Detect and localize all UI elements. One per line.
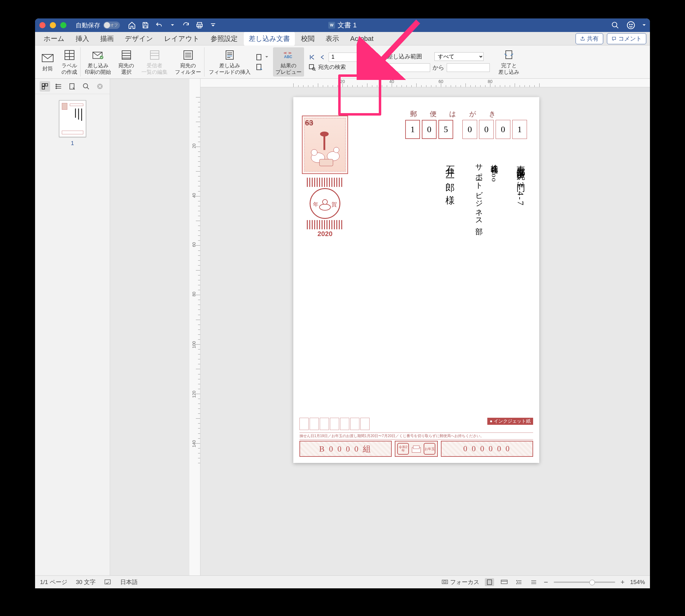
undo-icon[interactable]	[154, 21, 164, 30]
app-window: 自動保存 オフ W 文書 1 ホーム 挿入 描画 デザイン レイアウト 参照設定	[35, 18, 650, 588]
tab-view[interactable]: 表示	[321, 32, 344, 46]
svg-rect-40	[42, 87, 45, 89]
document-area: 1 20406080 20406080100120140 郵 便 は が き 1…	[35, 79, 650, 575]
print-layout-view-button[interactable]	[485, 578, 494, 586]
finish-merge-button[interactable]: 完了と 差し込み	[495, 47, 522, 76]
svg-rect-3	[211, 23, 215, 24]
zip-digit: 1	[512, 120, 527, 139]
svg-point-44	[56, 84, 57, 85]
comment-button[interactable]: コメント	[607, 33, 646, 44]
select-recipients-button[interactable]: 宛先の 選択	[115, 47, 137, 76]
web-layout-view-button[interactable]	[499, 578, 509, 586]
insert-merge-field-button[interactable]: 差し込み フィールドの挿入	[206, 47, 254, 76]
thumbnails-view-button[interactable]	[40, 81, 50, 92]
recipient-zip: 1 0 5 0 0 0 1	[405, 120, 527, 139]
tab-mailings[interactable]: 差し込み文書	[244, 32, 295, 46]
lottery-badges: 令和2年 お年玉	[395, 441, 438, 457]
svg-rect-35	[309, 65, 314, 69]
headings-view-button[interactable]	[53, 81, 64, 92]
ribbon: 封筒 ラベル の作成 差し込み 印刷の開始 宛先の 選択 受信者 一覧の編集 宛…	[35, 45, 650, 79]
word-count[interactable]: 30 文字	[76, 578, 95, 586]
range-from-input[interactable]	[387, 63, 430, 72]
undo-dropdown-icon[interactable]	[168, 21, 177, 30]
zip-digit: 0	[422, 120, 436, 139]
tab-draw[interactable]: 描画	[95, 32, 119, 46]
quick-access-toolbar	[127, 21, 218, 30]
close-window-button[interactable]	[39, 22, 45, 28]
autosave-toggle[interactable]: 自動保存 オフ	[76, 21, 120, 29]
tab-design[interactable]: デザイン	[120, 32, 158, 46]
redo-icon[interactable]	[181, 21, 191, 30]
inkjet-label: ● インクジェット紙	[487, 418, 533, 425]
edit-recipients-icon	[148, 48, 161, 62]
finish-icon	[502, 48, 515, 62]
tab-home[interactable]: ホーム	[39, 32, 69, 46]
svg-rect-26	[226, 51, 233, 59]
svg-text:ABC: ABC	[284, 55, 292, 59]
canvas[interactable]: 20406080 20406080100120140 郵 便 は が き 1 0…	[110, 79, 650, 575]
tab-references[interactable]: 参照設定	[206, 32, 242, 46]
recipient-department: サポートビジネス部	[474, 159, 484, 222]
save-icon[interactable]	[141, 21, 150, 30]
review-pane-button[interactable]	[67, 81, 78, 92]
account-icon[interactable]	[626, 21, 635, 29]
first-record-button[interactable]	[308, 53, 316, 62]
svg-rect-65	[501, 580, 507, 584]
envelope-button[interactable]: 封筒	[38, 47, 57, 76]
svg-rect-60	[413, 446, 419, 449]
merge-range-select[interactable]: すべて	[434, 52, 484, 61]
prev-record-button[interactable]	[318, 53, 327, 62]
zoom-in-button[interactable]: +	[621, 578, 625, 586]
envelope-icon	[41, 52, 54, 65]
start-merge-button[interactable]: 差し込み 印刷の開始	[82, 47, 114, 76]
spellcheck-icon[interactable]	[104, 579, 112, 585]
draft-view-button[interactable]	[529, 578, 538, 586]
svg-point-53	[334, 147, 339, 153]
tab-acrobat[interactable]: Acrobat	[345, 32, 379, 45]
svg-rect-62	[442, 580, 448, 584]
preview-results-button[interactable]: ≪ ≫ABC 結果の プレビュー	[273, 47, 304, 76]
rules-button[interactable]	[255, 53, 268, 62]
minimize-window-button[interactable]	[50, 22, 56, 28]
select-recipients-icon	[120, 48, 133, 62]
tab-layout[interactable]: レイアウト	[159, 32, 205, 46]
last-record-button[interactable]	[370, 53, 379, 62]
language-indicator[interactable]: 日本語	[120, 578, 138, 586]
next-record-button[interactable]	[360, 53, 369, 62]
tab-review[interactable]: 校閲	[296, 32, 319, 46]
titlebar: 自動保存 オフ W 文書 1	[35, 18, 650, 32]
outline-view-button[interactable]	[514, 578, 523, 586]
filter-recipients-button[interactable]: 宛先の フィルター	[172, 47, 205, 76]
zoom-out-button[interactable]: −	[544, 578, 548, 587]
rules-icon	[255, 53, 263, 62]
record-number-input[interactable]	[329, 52, 358, 62]
qat-customize-icon[interactable]	[209, 21, 218, 30]
labels-button[interactable]: ラベル の作成	[59, 47, 81, 76]
status-bar: 1/1 ページ 30 文字 日本語 フォーカス − + 154%	[35, 575, 650, 588]
toggle-switch[interactable]: オフ	[103, 22, 120, 29]
search-icon[interactable]	[611, 21, 619, 29]
close-pane-button[interactable]	[95, 81, 105, 92]
thumbnail-page-number: 1	[71, 140, 74, 147]
share-button[interactable]: 共有	[576, 33, 603, 44]
tab-insert[interactable]: 挿入	[71, 32, 94, 46]
account-dropdown-icon[interactable]	[643, 24, 646, 27]
svg-rect-54	[323, 135, 325, 150]
maximize-window-button[interactable]	[60, 22, 66, 28]
focus-mode-button[interactable]: フォーカス	[442, 578, 479, 586]
svg-text:≪  ≫: ≪ ≫	[283, 51, 292, 55]
find-recipient-button[interactable]: 宛先の検索	[308, 63, 379, 72]
range-to-input[interactable]	[447, 63, 490, 72]
horizontal-ruler[interactable]: 20406080	[200, 79, 650, 87]
print-icon[interactable]	[195, 21, 204, 30]
vertical-ruler[interactable]: 20406080100120140	[189, 79, 200, 575]
zoom-slider[interactable]	[554, 581, 615, 583]
find-button[interactable]	[81, 81, 91, 92]
page-count[interactable]: 1/1 ページ	[40, 578, 67, 586]
zoom-level[interactable]: 154%	[630, 579, 645, 586]
lottery-number: 0 0 0 0 0 0	[441, 441, 533, 457]
page-thumbnail[interactable]	[59, 100, 86, 137]
page: 郵 便 は が き 1 0 5 0 0 0 1 63	[293, 97, 539, 463]
home-icon[interactable]	[127, 21, 136, 30]
match-fields-button[interactable]	[255, 63, 268, 71]
